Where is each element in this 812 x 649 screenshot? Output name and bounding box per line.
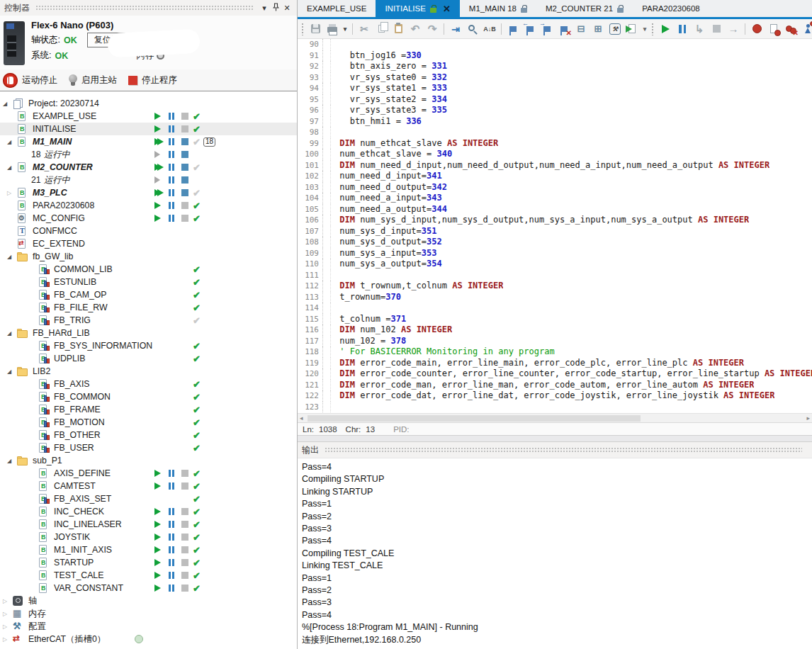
paste-icon[interactable] — [390, 20, 407, 38]
download-to-controller-icon[interactable] — [624, 20, 641, 38]
save-icon[interactable] — [307, 20, 324, 38]
tree-item-var-constant[interactable]: BVAR_CONSTANT✔ — [0, 582, 297, 594]
tree-item-fb-axis-set[interactable]: BFB_AXIS_SET✔ — [0, 492, 297, 505]
breakpoint-toggle-icon[interactable] — [748, 20, 765, 38]
step-over-icon[interactable]: → — [725, 20, 742, 38]
tree-item-inc-check[interactable]: BINC_CHECK✔ — [0, 505, 297, 518]
motion-stop-button[interactable]: 运动停止 — [3, 73, 57, 88]
scroll-left-icon[interactable]: ◂ — [300, 414, 303, 422]
tree-item-fb-file-rw[interactable]: BFB_FILE_RW✔ — [0, 301, 297, 314]
run-program-icon[interactable] — [657, 20, 674, 38]
scroll-right-icon[interactable]: ▸ — [806, 414, 810, 422]
tree-item-example-use[interactable]: BEXAMPLE_USE✔ — [0, 110, 297, 123]
tree-item-ethercat[interactable]: ▷⇄EtherCAT（插槽0） — [0, 633, 297, 645]
code-editor[interactable]: 9091 btn_jog16 =33092 btn_axis_zero = 33… — [298, 39, 812, 413]
step-into-icon[interactable]: ↳ — [691, 20, 708, 38]
breakpoint-clear-icon[interactable]: ✕ — [782, 20, 799, 38]
overflow-icon[interactable]: ▾ — [641, 20, 649, 38]
tree-item-camtest[interactable]: BCAMTEST✔ — [0, 480, 297, 492]
stop-run-icon[interactable] — [708, 20, 725, 38]
bookmark-toggle-icon[interactable] — [504, 20, 521, 38]
tree-item-estunlib[interactable]: BESTUNLIB✔ — [0, 276, 297, 288]
breakpoint-list-icon[interactable] — [765, 20, 782, 38]
expander-open-icon[interactable]: ◢ — [7, 164, 17, 171]
tree-item-joystik[interactable]: BJOYSTIK✔ — [0, 531, 297, 543]
outline-expand-icon[interactable]: ⊞ — [590, 20, 607, 38]
bookmark-clear-icon[interactable]: ✕ — [556, 20, 573, 38]
tree-item-fb-motion[interactable]: BFB_MOTION✔ — [0, 416, 297, 429]
find-in-file-icon[interactable] — [464, 20, 481, 38]
tree-item-m2-counter[interactable]: ◢BM2_COUNTER✔ — [0, 161, 297, 174]
stop-program-button[interactable]: 停止程序 — [128, 74, 177, 86]
goto-line-icon[interactable]: ⇥ — [447, 20, 464, 38]
tree-item-sub-p1[interactable]: ◢sub_P1 — [0, 454, 297, 467]
tree-item-ec-extend[interactable]: ⇄EC_EXTEND — [0, 237, 297, 250]
tree-item-udplib[interactable]: BUDPLIB✔ — [0, 352, 297, 365]
tree-item-confmcc[interactable]: TCONFMCC — [0, 225, 297, 237]
tab-m2-counter-21[interactable]: M2_COUNTER 21 — [536, 0, 633, 17]
debug-watch-icon[interactable] — [799, 20, 812, 38]
expander-open-icon[interactable]: ◢ — [7, 458, 17, 464]
bookmark-prev-icon[interactable]: ← — [521, 20, 538, 38]
expander-open-icon[interactable]: ◢ — [7, 330, 17, 337]
horizontal-scrollbar[interactable]: ◂ ▸ — [298, 413, 812, 422]
tree-item-test-cale[interactable]: BTEST_CALE✔ — [0, 569, 297, 582]
tree-item-fb-sys-information[interactable]: BFB_SYS_INFORMATION✔ — [0, 339, 297, 352]
tree-item-fb-frame[interactable]: BFB_FRAME✔ — [0, 403, 297, 416]
tree-item-fb-gw-lib[interactable]: ◢fb_GW_lib — [0, 250, 297, 263]
expander-closed-icon[interactable]: ▷ — [3, 598, 13, 604]
tree-item-m3-plc[interactable]: ▷BM3_PLC✔ — [0, 186, 297, 199]
enable-master-button[interactable]: 启用主站 — [69, 74, 117, 86]
panel-divider[interactable] — [298, 435, 812, 442]
tree-item-m1-main[interactable]: ◢BM1_MAIN✔18 — [0, 135, 297, 148]
tree-item-fb-common[interactable]: BFB_COMMON✔ — [0, 390, 297, 403]
tree-item-project[interactable]: ◢Project: 20230714 — [0, 97, 297, 110]
tree-item-fb-other[interactable]: BFB_OTHER✔ — [0, 429, 297, 441]
tree-item-m1-init-axis[interactable]: BM1_INIT_AXIS✔ — [0, 543, 297, 556]
expander-open-icon[interactable]: ◢ — [3, 101, 13, 107]
print-icon[interactable] — [324, 20, 341, 38]
tab-example-use[interactable]: EXAMPLE_USE — [298, 0, 376, 17]
tree-item-fb-cam-op[interactable]: BFB_CAM_OP✔ — [0, 288, 297, 301]
tab-m1-main-18[interactable]: M1_MAIN 18 — [460, 0, 536, 17]
tree-item-fb-hard-lib[interactable]: ◢FB_HARd_LIB — [0, 327, 297, 339]
expander-closed-icon[interactable]: ▷ — [7, 190, 17, 196]
tree-item-inc-linelaser[interactable]: BINC_LINELASER✔ — [0, 518, 297, 531]
tree-item-config[interactable]: ▷⚒配置 — [0, 620, 297, 633]
panel-close-icon[interactable]: ✕ — [281, 4, 293, 13]
expander-open-icon[interactable]: ◢ — [7, 254, 17, 260]
compile-options-icon[interactable]: ⚒ — [607, 20, 624, 38]
tab-para20230608[interactable]: PARA20230608 — [633, 0, 709, 17]
tree-item-fb-trig[interactable]: BFB_TRIG✔ — [0, 314, 297, 327]
pause-program-icon[interactable] — [674, 20, 691, 38]
tree-item-mc-config[interactable]: ⚙MC_CONFIG✔ — [0, 212, 297, 225]
redo-icon[interactable]: ↷ — [424, 20, 441, 38]
tree-item-startup[interactable]: BSTARTUP✔ — [0, 556, 297, 569]
bookmark-next-icon[interactable]: → — [538, 20, 556, 38]
expander-open-icon[interactable]: ◢ — [7, 139, 17, 145]
tree-item-fb-axis[interactable]: BFB_AXIS✔ — [0, 378, 297, 390]
tab-close-icon[interactable]: ✕ — [443, 4, 451, 14]
scrollbar-thumb[interactable] — [308, 415, 641, 422]
tree-item-axis-define[interactable]: BAXIS_DEFINE✔ — [0, 467, 297, 480]
expander-closed-icon[interactable]: ▷ — [3, 623, 13, 630]
tree-item-common-lib[interactable]: BCOMMON_LIB✔ — [0, 263, 297, 276]
cut-icon[interactable]: ✂ — [356, 20, 373, 38]
expander-closed-icon[interactable]: ▷ — [3, 611, 13, 617]
panel-dropdown-icon[interactable]: ▾ — [259, 4, 270, 13]
tree-item-initialise[interactable]: BINITIALISE✔ — [0, 123, 297, 135]
outline-collapse-icon[interactable]: ⊟ — [573, 20, 590, 38]
tree-item-lib2[interactable]: ◢LIB2 — [0, 365, 297, 378]
print-arrow-icon[interactable]: ▾ — [341, 20, 349, 38]
expander-open-icon[interactable]: ◢ — [7, 368, 17, 375]
tree-item-fb-user[interactable]: BFB_USER✔ — [0, 441, 297, 454]
tree-item-para20230608[interactable]: BPARA20230608✔ — [0, 199, 297, 212]
panel-pin-icon[interactable] — [270, 3, 281, 13]
copy-icon[interactable] — [373, 20, 390, 38]
undo-icon[interactable]: ↶ — [407, 20, 424, 38]
tree-item-memory[interactable]: ▷▦内存 — [0, 607, 297, 620]
tab-initialise[interactable]: INITIALISE✕ — [376, 0, 459, 17]
expander-closed-icon[interactable]: ▷ — [3, 636, 13, 643]
tree-item-m2-process-21[interactable]: 21运行中 — [0, 174, 297, 186]
sort-az-icon[interactable]: A↓B — [481, 20, 498, 38]
